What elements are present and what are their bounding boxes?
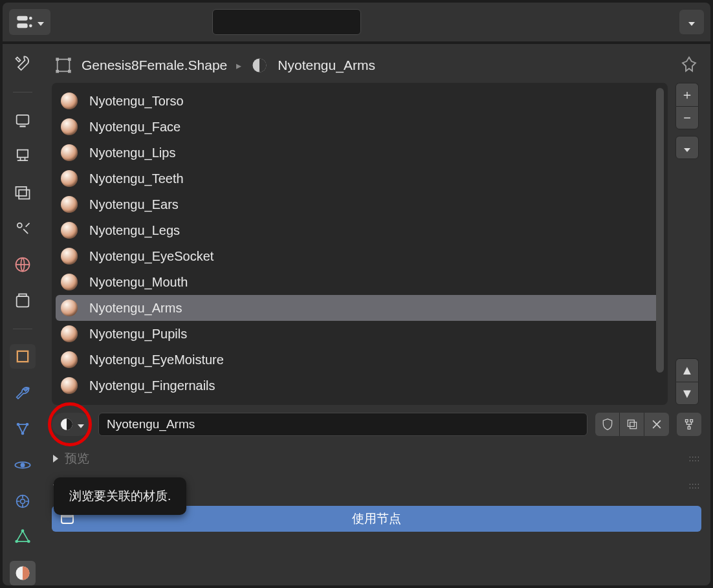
svg-rect-31 (68, 70, 71, 73)
svg-rect-13 (17, 296, 29, 307)
unlink-material-button[interactable] (644, 413, 669, 436)
material-slot-label: Nyotengu_Legs (89, 223, 180, 238)
svg-rect-7 (19, 125, 25, 127)
panel-grip-icon[interactable]: :::: (689, 481, 700, 490)
tab-particles[interactable] (10, 417, 36, 441)
tab-viewlayer[interactable] (10, 180, 36, 204)
chevron-down-icon (38, 16, 44, 29)
svg-point-22 (21, 499, 25, 503)
new-material-button[interactable] (620, 413, 644, 436)
material-preview-icon (61, 196, 78, 213)
panel-preview[interactable]: 预览 :::: (43, 445, 710, 472)
material-slot-item[interactable]: Nyotengu_Legs (56, 217, 664, 243)
tab-render[interactable] (10, 108, 36, 133)
svg-point-25 (21, 530, 25, 533)
material-slot-label: Nyotengu_Lips (89, 146, 175, 160)
slot-actions: ＋ − ▲ ▼ (675, 83, 701, 405)
tab-collection[interactable] (10, 289, 36, 313)
slot-specials-dropdown[interactable] (675, 136, 699, 159)
remove-slot-button[interactable]: − (675, 106, 699, 129)
svg-point-2 (29, 17, 32, 20)
material-preview-icon (61, 377, 78, 394)
material-preview-icon (61, 222, 78, 239)
nodetree-button[interactable] (677, 413, 701, 436)
svg-point-24 (27, 540, 30, 543)
editor-type-dropdown[interactable] (9, 9, 50, 35)
material-slot-item[interactable]: Nyotengu_Mouth (56, 269, 664, 295)
move-slot-up-button[interactable]: ▲ (675, 358, 699, 382)
fake-user-button[interactable] (595, 413, 620, 436)
tab-material[interactable] (10, 561, 36, 585)
material-slot-item[interactable]: Nyotengu_Teeth (56, 166, 664, 191)
material-name-input[interactable] (98, 413, 587, 436)
svg-rect-29 (68, 58, 71, 61)
material-preview-icon (61, 93, 78, 109)
material-slot-item[interactable]: Nyotengu_Fingernails (56, 373, 664, 398)
svg-point-19 (21, 463, 25, 467)
material-slot-list: Nyotengu_TorsoNyotengu_FaceNyotengu_Lips… (52, 83, 668, 405)
material-slot-label: Nyotengu_Fingernails (89, 378, 215, 393)
breadcrumb-material[interactable]: Nyotengu_Arms (278, 58, 375, 73)
pin-button[interactable] (679, 56, 699, 75)
list-expand-handle[interactable]: ▶ :::: (52, 404, 668, 405)
svg-rect-1 (17, 23, 27, 28)
panel-preview-label: 预览 (65, 450, 89, 467)
shield-icon (601, 418, 614, 431)
browse-material-button[interactable] (52, 413, 91, 436)
material-preview-icon (61, 170, 78, 187)
svg-rect-0 (17, 16, 27, 21)
breadcrumb: Genesis8Female.Shape ▸ Nyotengu_Arms (43, 44, 710, 83)
material-preview-icon (61, 299, 78, 316)
material-slot-item[interactable]: Nyotengu_Face (56, 114, 664, 140)
tooltip: 浏览要关联的材质. (54, 477, 186, 515)
move-slot-down-button[interactable]: ▼ (675, 382, 699, 405)
tab-scene[interactable] (10, 216, 36, 241)
properties-editor-icon (16, 13, 34, 31)
material-slot-item[interactable]: Nyotengu_Ears (56, 191, 664, 217)
material-slot-label: Nyotengu_EyeMoisture (89, 353, 224, 367)
material-slot-label: Nyotengu_Arms (89, 301, 182, 316)
svg-point-3 (29, 25, 32, 28)
svg-rect-9 (16, 187, 27, 196)
tab-data[interactable] (10, 525, 36, 549)
use-nodes-label: 使用节点 (352, 510, 401, 527)
tab-object[interactable] (10, 344, 36, 369)
add-slot-button[interactable]: ＋ (675, 83, 699, 106)
disclosure-triangle-icon (53, 452, 58, 466)
tab-output[interactable] (10, 144, 36, 169)
material-slot-label: Nyotengu_Face (89, 120, 181, 135)
material-icon (250, 56, 269, 74)
material-slot-item[interactable]: Nyotengu_Lips (56, 140, 664, 166)
options-dropdown[interactable] (679, 10, 704, 34)
material-slot-label: Nyotengu_Pupils (89, 327, 187, 342)
panel-grip-icon[interactable]: :::: (689, 454, 700, 463)
search-input-container[interactable] (212, 9, 361, 35)
svg-rect-14 (19, 294, 27, 296)
material-icon (59, 417, 74, 432)
tab-modifier[interactable] (10, 380, 36, 405)
material-slot-label: Nyotengu_Ears (89, 197, 179, 212)
search-input[interactable] (225, 16, 354, 28)
tab-constraints[interactable] (10, 489, 36, 514)
tab-world[interactable] (10, 252, 36, 277)
breadcrumb-object[interactable]: Genesis8Female.Shape (82, 58, 227, 73)
svg-rect-10 (19, 190, 29, 199)
svg-rect-8 (17, 150, 28, 158)
nodetree-icon (682, 417, 696, 431)
tab-tool[interactable] (10, 52, 36, 76)
tab-physics[interactable] (10, 453, 36, 477)
material-slot-item[interactable]: Nyotengu_EyeMoisture (56, 347, 664, 373)
material-icon (14, 564, 32, 582)
material-preview-icon (61, 274, 78, 290)
material-slot-label: Nyotengu_Torso (89, 94, 184, 109)
svg-rect-34 (628, 420, 634, 426)
material-slot-item[interactable]: Nyotengu_EyeSocket (56, 243, 664, 269)
material-slot-item[interactable]: Nyotengu_Pupils (56, 321, 664, 347)
svg-rect-6 (17, 114, 29, 124)
list-scrollbar[interactable] (656, 88, 664, 373)
material-preview-icon (61, 351, 78, 368)
svg-point-23 (15, 540, 18, 543)
material-slot-item[interactable]: Nyotengu_Torso (56, 88, 664, 114)
material-slot-item[interactable]: Nyotengu_Arms (56, 295, 664, 321)
svg-rect-27 (58, 60, 70, 72)
